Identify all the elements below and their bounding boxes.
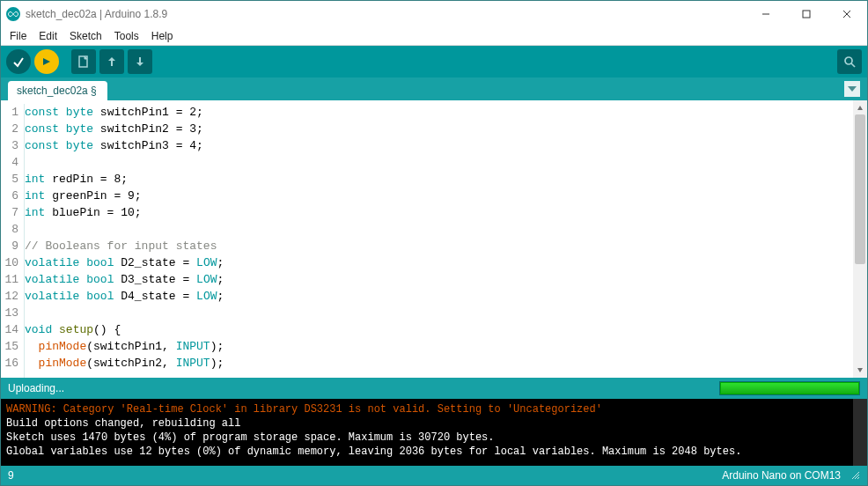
console-line: WARNING: Category 'Real-time Clock' in l… [6, 402, 862, 416]
line-number: 15 [1, 338, 18, 355]
status-strip: Uploading... [1, 378, 867, 399]
code-line[interactable]: int redPin = 8; [25, 171, 853, 188]
line-number: 8 [1, 221, 18, 238]
line-number: 1 [1, 104, 18, 121]
code-line[interactable] [25, 221, 853, 238]
svg-marker-11 [857, 106, 863, 110]
code-line[interactable]: const byte switchPin3 = 4; [25, 137, 853, 154]
arduino-app-icon [6, 7, 20, 21]
svg-line-15 [857, 477, 859, 479]
code-line[interactable]: pinMode(switchPin2, INPUT); [25, 355, 853, 372]
line-number: 5 [1, 171, 18, 188]
menu-help[interactable]: Help [146, 28, 179, 44]
line-number: 12 [1, 288, 18, 305]
code-line[interactable]: void setup() { [25, 321, 853, 338]
svg-marker-12 [857, 368, 863, 372]
upload-status-text: Uploading... [8, 382, 712, 394]
svg-point-8 [845, 57, 852, 64]
tab-menu-button[interactable] [844, 81, 860, 97]
new-sketch-button[interactable] [71, 49, 96, 74]
code-line[interactable]: volatile bool D4_state = LOW; [25, 288, 853, 305]
scroll-thumb[interactable] [855, 114, 865, 264]
code-editor[interactable]: 12345678910111213141516 const byte switc… [1, 100, 867, 378]
board-port-indicator: Arduino Nano on COM13 [722, 469, 841, 482]
menu-tools[interactable]: Tools [109, 28, 144, 44]
line-number: 10 [1, 254, 18, 271]
sketch-tab[interactable]: sketch_dec02a § [8, 81, 107, 100]
line-number: 7 [1, 204, 18, 221]
console-scrollbar[interactable] [853, 399, 867, 466]
maximize-button[interactable] [786, 1, 827, 27]
upload-progress-fill [720, 382, 859, 394]
verify-button[interactable] [6, 49, 31, 74]
window-title: sketch_dec02a | Arduino 1.8.9 [26, 8, 746, 20]
sketch-tab-label: sketch_dec02a § [17, 85, 97, 97]
code-line[interactable] [25, 305, 853, 321]
code-line[interactable]: pinMode(switchPin1, INPUT); [25, 338, 853, 355]
tab-bar: sketch_dec02a § [1, 77, 867, 100]
line-number: 13 [1, 305, 18, 321]
line-gutter: 12345678910111213141516 [1, 104, 22, 378]
serial-monitor-button[interactable] [837, 49, 862, 74]
console-line: Sketch uses 1470 bytes (4%) of program s… [6, 431, 862, 445]
toolbar [1, 46, 867, 77]
menu-sketch[interactable]: Sketch [64, 28, 107, 44]
code-line[interactable]: volatile bool D2_state = LOW; [25, 254, 853, 271]
console-line: Build options changed, rebuilding all [6, 416, 862, 431]
svg-marker-6 [108, 57, 115, 66]
code-line[interactable] [25, 154, 853, 171]
scroll-track[interactable] [854, 114, 866, 364]
save-sketch-button[interactable] [128, 49, 152, 74]
open-sketch-button[interactable] [99, 49, 124, 74]
close-button[interactable] [827, 1, 867, 27]
line-number: 3 [1, 137, 18, 154]
window-buttons [746, 1, 867, 27]
resize-grip-icon[interactable] [850, 469, 860, 482]
upload-button[interactable] [34, 49, 59, 74]
scroll-up-icon[interactable] [854, 102, 866, 114]
editor-vertical-scrollbar[interactable] [853, 100, 867, 378]
console-line: Global variables use 12 bytes (0%) of dy… [6, 445, 862, 459]
line-number: 9 [1, 238, 18, 254]
svg-marker-7 [136, 57, 143, 66]
line-number: 16 [1, 355, 18, 372]
code-line[interactable]: const byte switchPin1 = 2; [25, 104, 853, 121]
build-console[interactable]: WARNING: Category 'Real-time Clock' in l… [1, 399, 867, 466]
svg-marker-4 [43, 58, 50, 65]
code-area[interactable]: const byte switchPin1 = 2;const byte swi… [25, 104, 853, 378]
menu-edit[interactable]: Edit [33, 28, 63, 44]
code-line[interactable]: int bluePin = 10; [25, 204, 853, 221]
line-number: 2 [1, 121, 18, 137]
svg-marker-10 [848, 86, 857, 92]
line-number: 14 [1, 321, 18, 338]
minimize-button[interactable] [746, 1, 786, 27]
menu-bar: File Edit Sketch Tools Help [1, 27, 867, 46]
code-line[interactable]: int greenPin = 9; [25, 188, 853, 204]
code-line[interactable]: // Booleans for input states [25, 238, 853, 254]
line-number: 6 [1, 188, 18, 204]
titlebar: sketch_dec02a | Arduino 1.8.9 [1, 1, 867, 27]
scroll-down-icon[interactable] [854, 364, 866, 376]
code-line[interactable]: volatile bool D3_state = LOW; [25, 271, 853, 288]
line-number: 11 [1, 271, 18, 288]
svg-rect-1 [803, 11, 810, 18]
upload-progress-bar [719, 381, 860, 395]
bottom-status-bar: 9 Arduino Nano on COM13 [1, 466, 867, 485]
svg-line-9 [851, 63, 855, 67]
cursor-line-indicator: 9 [8, 469, 14, 482]
menu-file[interactable]: File [4, 28, 32, 44]
line-number: 4 [1, 154, 18, 171]
code-line[interactable]: const byte switchPin2 = 3; [25, 121, 853, 137]
app-window: sketch_dec02a | Arduino 1.8.9 File Edit … [0, 0, 868, 486]
